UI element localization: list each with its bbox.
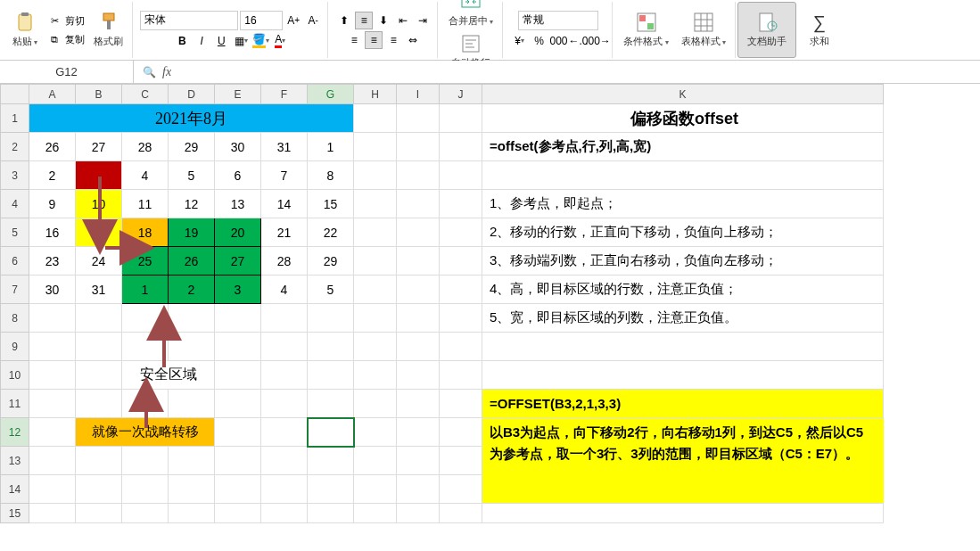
cell-K1[interactable]: 偏移函数offset: [482, 104, 884, 133]
cell-A14[interactable]: [29, 475, 76, 504]
row-header-11[interactable]: 11: [1, 390, 29, 418]
cell-F9[interactable]: [261, 333, 308, 361]
cell-A11[interactable]: [29, 390, 76, 418]
cell-I3[interactable]: [397, 161, 440, 190]
cell-F15[interactable]: [261, 504, 308, 523]
indent-right-button[interactable]: ⇥: [414, 12, 432, 29]
cell-J6[interactable]: [440, 247, 482, 276]
indent-left-button[interactable]: ⇤: [394, 12, 412, 29]
dist-h-button[interactable]: ⇔: [404, 31, 422, 49]
cell-G4[interactable]: 15: [308, 190, 354, 218]
cell-E4[interactable]: 13: [215, 190, 261, 218]
cell-A6[interactable]: 23: [29, 247, 76, 276]
search-icon[interactable]: 🔍: [141, 64, 157, 80]
row-header-13[interactable]: 13: [1, 447, 29, 475]
align-left-button[interactable]: ≡: [345, 31, 363, 49]
cell-F8[interactable]: [261, 304, 308, 333]
cell-F5[interactable]: 21: [261, 218, 308, 247]
cell-D15[interactable]: [169, 504, 215, 523]
cell-J14[interactable]: [440, 475, 482, 504]
select-all-corner[interactable]: [1, 85, 29, 104]
cell-K10[interactable]: [482, 361, 884, 390]
increase-font-button[interactable]: A+: [284, 12, 302, 29]
paste-button[interactable]: 粘贴: [9, 10, 41, 50]
cell-D9[interactable]: [169, 333, 215, 361]
cell-B2[interactable]: 27: [76, 133, 122, 161]
cell-J7[interactable]: [440, 276, 482, 304]
cell-G2[interactable]: 1: [308, 133, 354, 161]
cell-E6[interactable]: 27: [215, 247, 261, 276]
cell-E3[interactable]: 6: [215, 161, 261, 190]
font-color-button[interactable]: A: [271, 32, 289, 50]
copy-button[interactable]: ⧉ 复制: [45, 30, 86, 48]
cell-strategy[interactable]: 就像一次战略转移: [76, 418, 215, 447]
cell-A7[interactable]: 30: [29, 276, 76, 304]
cell-I7[interactable]: [397, 276, 440, 304]
cell-I6[interactable]: [397, 247, 440, 276]
cell-E11[interactable]: [215, 390, 261, 418]
cell-C14[interactable]: [122, 475, 169, 504]
cell-J15[interactable]: [440, 504, 482, 523]
cell-H3[interactable]: [354, 161, 397, 190]
table-format-button[interactable]: 表格样式: [678, 10, 729, 50]
cell-F6[interactable]: 28: [261, 247, 308, 276]
cell-K2[interactable]: =offset(参考点,行,列,高,宽): [482, 133, 884, 161]
cell-B11[interactable]: [76, 390, 122, 418]
font-size-select[interactable]: [240, 11, 283, 30]
cell-K4[interactable]: 1、参考点，即起点；: [482, 190, 884, 218]
cell-C5[interactable]: 18: [122, 218, 169, 247]
decrease-font-button[interactable]: A-: [304, 12, 322, 29]
cell-J3[interactable]: [440, 161, 482, 190]
cell-G11[interactable]: [308, 390, 354, 418]
cell-G8[interactable]: [308, 304, 354, 333]
cell-I9[interactable]: [397, 333, 440, 361]
cell-K6[interactable]: 3、移动端列数，正直向右移动，负值向左移动；: [482, 247, 884, 276]
cell-E2[interactable]: 30: [215, 133, 261, 161]
cell-H5[interactable]: [354, 218, 397, 247]
cut-button[interactable]: ✂ 剪切: [45, 12, 86, 29]
cell-D14[interactable]: [169, 475, 215, 504]
col-header-C[interactable]: C: [122, 85, 169, 104]
cell-K3[interactable]: [482, 161, 884, 190]
cell-E8[interactable]: [215, 304, 261, 333]
col-header-G[interactable]: G: [308, 85, 354, 104]
format-painter-button[interactable]: 格式刷: [90, 10, 127, 50]
cell-B8[interactable]: [76, 304, 122, 333]
comma-button[interactable]: 000: [549, 32, 567, 50]
cell-A3[interactable]: 2: [29, 161, 76, 190]
row-header-8[interactable]: 8: [1, 304, 29, 333]
row-header-15[interactable]: 15: [1, 504, 29, 523]
cell-H10[interactable]: [354, 361, 397, 390]
col-header-J[interactable]: J: [440, 85, 482, 104]
cell-I5[interactable]: [397, 218, 440, 247]
col-header-K[interactable]: K: [482, 85, 884, 104]
cell-A15[interactable]: [29, 504, 76, 523]
cell-A9[interactable]: [29, 333, 76, 361]
name-box[interactable]: G12: [0, 61, 134, 83]
col-header-B[interactable]: B: [76, 85, 122, 104]
cell-D3[interactable]: 5: [169, 161, 215, 190]
cell-G9[interactable]: [308, 333, 354, 361]
cell-J9[interactable]: [440, 333, 482, 361]
cell-E9[interactable]: [215, 333, 261, 361]
cell-H2[interactable]: [354, 133, 397, 161]
cell-I10[interactable]: [397, 361, 440, 390]
cell-E7[interactable]: 3: [215, 276, 261, 304]
cell-B9[interactable]: [76, 333, 122, 361]
merge-button[interactable]: 合并居中: [445, 0, 497, 29]
cell-B5[interactable]: 17: [76, 218, 122, 247]
cell-B7[interactable]: 31: [76, 276, 122, 304]
cell-I2[interactable]: [397, 133, 440, 161]
currency-button[interactable]: ¥: [510, 32, 528, 50]
cell-H8[interactable]: [354, 304, 397, 333]
row-header-10[interactable]: 10: [1, 361, 29, 390]
cell-J10[interactable]: [440, 361, 482, 390]
cell-I8[interactable]: [397, 304, 440, 333]
col-header-I[interactable]: I: [397, 85, 440, 104]
cell-C4[interactable]: 11: [122, 190, 169, 218]
cell-I12[interactable]: [397, 418, 440, 447]
cell-J8[interactable]: [440, 304, 482, 333]
cell-J5[interactable]: [440, 218, 482, 247]
fx-button[interactable]: fx: [162, 65, 171, 79]
cell-C15[interactable]: [122, 504, 169, 523]
